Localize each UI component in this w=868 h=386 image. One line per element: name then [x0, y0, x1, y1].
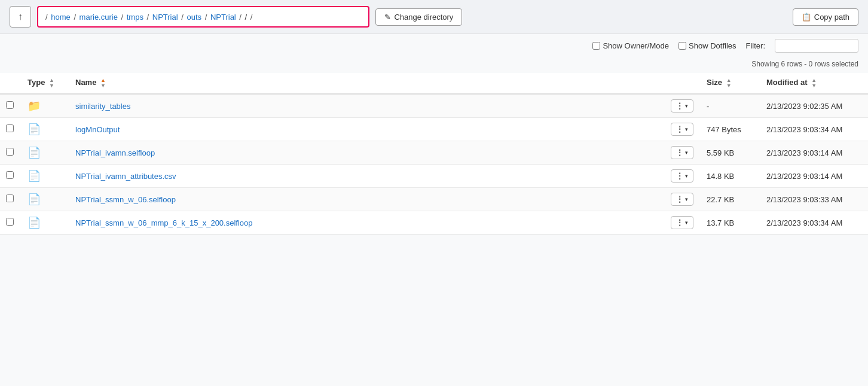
- table-row: 📄logMnOutput⋮▾747 Bytes2/13/2023 9:03:34…: [0, 118, 868, 141]
- col-checkbox: [0, 73, 22, 94]
- col-name-label: Name: [75, 78, 96, 87]
- row-checkbox-4[interactable]: [6, 194, 14, 202]
- col-type-label: Type: [27, 78, 45, 87]
- path-mariecurie[interactable]: marie.curie: [80, 13, 118, 22]
- file-icon: 📄: [27, 216, 63, 229]
- show-dotfiles-checkbox-label[interactable]: Show Dotfiles: [678, 41, 736, 50]
- size-sort-icon: ▲▼: [726, 78, 732, 89]
- action-dots-icon: ⋮: [676, 148, 684, 157]
- row-action-button[interactable]: ⋮▾: [671, 216, 693, 229]
- file-modified: 2/13/2023 9:02:35 AM: [760, 94, 868, 118]
- file-icon: 📄: [27, 146, 63, 159]
- file-link[interactable]: NPTrial_ssmn_w_06_mmp_6_k_15_x_200.selfl…: [75, 218, 253, 227]
- col-type-header[interactable]: Type ▲▼: [22, 73, 69, 94]
- row-checkbox-2[interactable]: [6, 148, 14, 156]
- row-action-button[interactable]: ⋮▾: [671, 146, 693, 159]
- file-modified: 2/13/2023 9:03:33 AM: [760, 188, 868, 211]
- top-bar: ↑ / home / marie.curie / tmps / NPTrial …: [0, 0, 868, 34]
- action-dots-icon: ⋮: [676, 125, 684, 133]
- file-icon: 📄: [27, 193, 63, 206]
- row-action-button[interactable]: ⋮▾: [671, 123, 693, 136]
- copy-path-label: Copy path: [814, 13, 849, 22]
- action-dots-icon: ⋮: [676, 102, 684, 110]
- file-link[interactable]: NPTrial_ivamn.selfloop: [75, 148, 155, 157]
- copy-path-button[interactable]: 📋 Copy path: [793, 8, 858, 26]
- col-size-label: Size: [707, 78, 722, 87]
- col-modified-header[interactable]: Modified at ▲▼: [760, 73, 868, 94]
- folder-icon: 📁: [27, 99, 63, 113]
- path-breadcrumb: / home / marie.curie / tmps / NPTrial / …: [37, 6, 369, 28]
- options-bar: Show Owner/Mode Show Dotfiles Filter:: [0, 34, 868, 57]
- path-sep-2: /: [119, 13, 126, 22]
- file-size: 5.59 KB: [701, 141, 760, 165]
- path-sep-5: /: [203, 13, 209, 22]
- file-modified: 2/13/2023 9:03:34 AM: [760, 118, 868, 141]
- row-checkbox-3[interactable]: [6, 171, 14, 179]
- show-owner-mode-label: Show Owner/Mode: [603, 41, 669, 50]
- file-size: 747 Bytes: [701, 118, 760, 141]
- path-tmps[interactable]: tmps: [127, 13, 143, 22]
- path-sep-root: /: [45, 13, 50, 22]
- action-dots-icon: ⋮: [676, 172, 684, 180]
- name-sort-icon: ▲▼: [100, 78, 106, 89]
- table-row: 📄NPTrial_ivamn_attributes.csv⋮▾14.8 KB2/…: [0, 165, 868, 188]
- modified-sort-icon: ▲▼: [811, 78, 817, 89]
- path-nptrial1[interactable]: NPTrial: [152, 13, 178, 22]
- action-chevron-icon: ▾: [685, 103, 688, 109]
- path-home[interactable]: home: [51, 13, 71, 22]
- change-dir-icon: ✎: [384, 13, 391, 22]
- path-sep-3: /: [145, 13, 151, 22]
- action-chevron-icon: ▾: [685, 196, 688, 202]
- file-link[interactable]: NPTrial_ivamn_attributes.csv: [75, 172, 176, 181]
- show-owner-mode-checkbox-label[interactable]: Show Owner/Mode: [592, 41, 669, 50]
- action-chevron-icon: ▾: [685, 150, 688, 156]
- file-table: Type ▲▼ Name ▲▼ Size ▲▼ Modified at ▲▼ 📁…: [0, 73, 868, 235]
- row-checkbox-0[interactable]: [6, 101, 14, 109]
- row-checkbox-1[interactable]: [6, 124, 14, 132]
- table-row: 📄NPTrial_ssmn_w_06_mmp_6_k_15_x_200.self…: [0, 211, 868, 235]
- table-row: 📄NPTrial_ivamn.selfloop⋮▾5.59 KB2/13/202…: [0, 141, 868, 165]
- table-header: Type ▲▼ Name ▲▼ Size ▲▼ Modified at ▲▼: [0, 73, 868, 94]
- filter-input[interactable]: [775, 39, 858, 53]
- table-row: 📁similarity_tables⋮▾-2/13/2023 9:02:35 A…: [0, 94, 868, 118]
- path-nptrial2[interactable]: NPTrial: [210, 13, 236, 22]
- col-modified-label: Modified at: [766, 78, 808, 87]
- action-chevron-icon: ▾: [685, 220, 688, 226]
- file-link[interactable]: similarity_tables: [75, 102, 130, 111]
- file-link[interactable]: logMnOutput: [75, 125, 120, 134]
- row-action-button[interactable]: ⋮▾: [671, 99, 693, 113]
- row-checkbox-5[interactable]: [6, 218, 14, 226]
- file-link[interactable]: NPTrial_ssmn_w_06.selfloop: [75, 195, 176, 204]
- file-size: 22.7 KB: [701, 188, 760, 211]
- copy-path-icon: 📋: [802, 13, 811, 22]
- show-dotfiles-label: Show Dotfiles: [689, 41, 736, 50]
- show-dotfiles-checkbox[interactable]: [678, 42, 686, 50]
- file-modified: 2/13/2023 9:03:14 AM: [760, 165, 868, 188]
- action-dots-icon: ⋮: [676, 218, 684, 227]
- file-modified: 2/13/2023 9:03:34 AM: [760, 211, 868, 235]
- row-action-button[interactable]: ⋮▾: [671, 169, 693, 183]
- type-sort-icon: ▲▼: [49, 78, 54, 89]
- file-size: 14.8 KB: [701, 165, 760, 188]
- col-size-header[interactable]: Size ▲▼: [701, 73, 760, 94]
- action-chevron-icon: ▾: [685, 173, 688, 179]
- file-icon: 📄: [27, 169, 63, 183]
- filter-label: Filter:: [746, 41, 766, 50]
- path-sep-6: /: [237, 13, 244, 22]
- path-outs[interactable]: outs: [187, 13, 201, 22]
- file-list: 📁similarity_tables⋮▾-2/13/2023 9:02:35 A…: [0, 94, 868, 235]
- file-size: 13.7 KB: [701, 211, 760, 235]
- action-dots-icon: ⋮: [676, 195, 684, 203]
- path-sep-1: /: [72, 13, 78, 22]
- col-name-header[interactable]: Name ▲▼: [69, 73, 665, 94]
- path-sep-4: /: [179, 13, 186, 22]
- show-owner-mode-checkbox[interactable]: [592, 42, 600, 50]
- change-directory-button[interactable]: ✎ Change directory: [375, 8, 462, 26]
- change-dir-label: Change directory: [394, 13, 453, 22]
- row-action-button[interactable]: ⋮▾: [671, 193, 693, 206]
- row-count: Showing 6 rows - 0 rows selected: [0, 57, 868, 73]
- file-modified: 2/13/2023 9:03:14 AM: [760, 141, 868, 165]
- file-icon: 📄: [27, 123, 63, 136]
- up-button[interactable]: ↑: [10, 6, 31, 28]
- action-chevron-icon: ▾: [685, 126, 688, 132]
